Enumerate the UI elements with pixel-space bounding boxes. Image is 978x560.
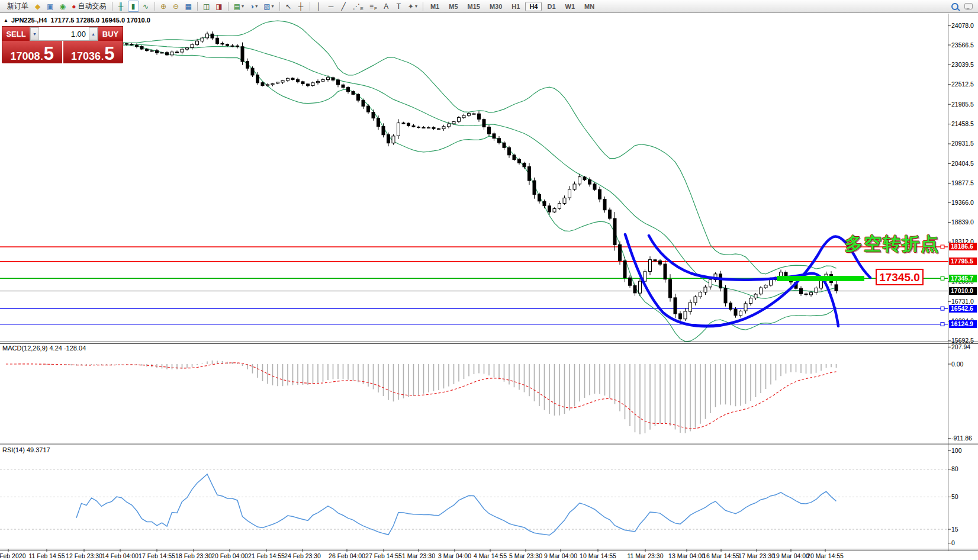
turning-point-annotation[interactable]: 多空转折点 [845, 232, 940, 256]
signals-icon-button[interactable]: ◉ [57, 1, 68, 12]
time-axis-label: 19 Mar 04:00 [773, 552, 809, 559]
zoom-in-icon-button[interactable]: ⊕ [158, 1, 169, 12]
volume-input[interactable]: 1.00 [39, 27, 89, 40]
time-axis-label: 20 Feb 04:00 [211, 552, 248, 559]
period-selector-button[interactable]: ◑▾ [247, 1, 260, 12]
sell-button[interactable]: SELL [2, 27, 30, 41]
price-axis-tick: 21458.5 [951, 120, 974, 127]
autotrade-button-label: 自动交易 [78, 1, 107, 11]
template-selector-button[interactable]: ▧▾ [261, 1, 276, 12]
cursor-tool-icon: ↖ [285, 3, 291, 10]
new-order-button[interactable]: 新订单 [3, 1, 31, 12]
buy-price-display[interactable]: 17036.5 [63, 41, 123, 63]
candlestick-chart-icon-icon: ▮ [131, 3, 136, 10]
timeframe-h1-button[interactable]: H1 [507, 2, 524, 11]
label-tool-button[interactable]: T [393, 1, 404, 12]
timeframe-group: M1M5M15M30H1H4D1W1MN [426, 2, 599, 11]
chat-button[interactable] [962, 1, 975, 12]
market-watch-icon-button[interactable]: ◆ [32, 1, 43, 12]
line-chart-icon-icon: ∿ [143, 3, 149, 10]
shapes-dropdown-button[interactable]: ✦▾ [406, 1, 420, 12]
chevron-down-icon: ▾ [272, 4, 274, 9]
volume-increase-button[interactable]: ▴ [89, 27, 98, 40]
horizontal-line-tool-button[interactable]: ─ [326, 1, 337, 12]
signals-icon-icon: ◉ [60, 3, 66, 10]
price-axis-tick: 23566.5 [951, 41, 974, 49]
time-axis-label: 10 Mar 14:55 [580, 552, 616, 559]
data-window-icon-button[interactable]: ▣ [44, 1, 56, 12]
add-indicator-button[interactable]: ▤▾ [231, 1, 246, 12]
crosshair-tool-button[interactable]: ┼ [295, 1, 307, 12]
zoom-in-icon-icon: ⊕ [160, 3, 166, 10]
chevron-down-icon: ▾ [255, 4, 258, 9]
timeframe-h4-button[interactable]: H4 [525, 2, 542, 11]
new-order-button-label: 新订单 [7, 1, 28, 11]
chat-icon [964, 3, 973, 9]
rsi-axis-tick: 15 [951, 526, 958, 533]
price-axis-tick: 21985.5 [951, 101, 974, 108]
price-level-label: 18186.6 [949, 243, 977, 250]
cursor-tool-button[interactable]: ↖ [283, 1, 294, 12]
fibonacci-tool-button[interactable]: ≡F [367, 1, 379, 12]
period-selector-icon: ◑ [250, 3, 254, 10]
autotrade-icon: ● [72, 3, 76, 10]
time-axis-label: 27 Feb 14:55 [365, 552, 402, 559]
vertical-line-tool-button[interactable]: │ [313, 1, 324, 12]
search-button[interactable] [949, 1, 961, 12]
volume-control: ▾ 1.00 ▴ [30, 27, 98, 41]
collapse-marker-icon[interactable]: ▲ [4, 18, 8, 23]
bar-chart-icon-button[interactable]: ╫ [115, 1, 127, 12]
price-callout-box[interactable]: 17345.0 [876, 269, 924, 285]
chevron-down-icon: ▾ [415, 4, 417, 9]
time-axis-label: 3 Mar 04:00 [438, 552, 471, 559]
text-tool-button[interactable]: A [381, 1, 392, 12]
channel-tool-button-sub: E [361, 6, 363, 11]
rsi-axis-tick: 0 [951, 539, 955, 546]
toolbar-separator [279, 2, 280, 11]
zoom-out-icon-icon: ⊖ [173, 3, 179, 10]
toolbar: 新订单◆▣◉●自动交易╫▮∿⊕⊖▦◫◨▤▾◑▾▧▾↖┼│─╱⋰E≡FAT✦▾M1… [0, 0, 978, 13]
toolbar-separator [112, 2, 112, 11]
vertical-line-tool-icon: │ [316, 3, 321, 10]
timeframe-mn-button[interactable]: MN [580, 2, 599, 11]
time-axis-label: 18 Feb 23:30 [175, 552, 212, 559]
time-axis-label: 20 Mar 14:55 [807, 552, 844, 559]
timeframe-m5-button[interactable]: M5 [445, 2, 462, 11]
price-level-label: 17795.5 [949, 258, 977, 265]
buy-button[interactable]: BUY [98, 27, 123, 41]
new-chart-icon-button[interactable]: ◫ [201, 1, 212, 12]
autotrade-button[interactable]: ●自动交易 [69, 1, 108, 12]
mt4-window: 新订单◆▣◉●自动交易╫▮∿⊕⊖▦◫◨▤▾◑▾▧▾↖┼│─╱⋰E≡FAT✦▾M1… [0, 0, 978, 560]
sell-price-display[interactable]: 17008.5 [2, 41, 62, 63]
buy-price-main: 17036 [71, 51, 101, 62]
candlestick-chart-icon-button[interactable]: ▮ [128, 1, 139, 12]
timeframe-w1-button[interactable]: W1 [561, 2, 580, 11]
time-axis-label: 24 Feb 23:30 [284, 552, 321, 559]
profiles-icon-button[interactable]: ◨ [213, 1, 224, 12]
toolbar-separator [310, 2, 310, 11]
toolbar-separator [228, 2, 229, 11]
rsi-axis-tick: 50 [951, 493, 958, 500]
line-chart-icon-button[interactable]: ∿ [140, 1, 152, 12]
time-axis-label: 21 Feb 14:55 [248, 552, 285, 559]
toolbar-separator [197, 2, 198, 11]
trendline-tool-button[interactable]: ╱ [338, 1, 349, 12]
rsi-indicator-label: RSI(14) 49.3717 [2, 446, 50, 453]
shapes-dropdown-icon: ✦ [408, 3, 414, 10]
volume-decrease-button[interactable]: ▾ [30, 27, 39, 40]
price-axis-tick: 24078.0 [951, 22, 974, 29]
timeframe-m30-button[interactable]: M30 [485, 2, 506, 11]
channel-tool-button[interactable]: ⋰E [350, 1, 366, 12]
time-axis-label: 13 Mar 04:00 [668, 552, 705, 559]
timeframe-d1-button[interactable]: D1 [543, 2, 559, 11]
price-axis-tick: 19877.5 [951, 179, 974, 186]
time-axis-label: 17 Feb 14:55 [139, 552, 175, 559]
timeframe-m1-button[interactable]: M1 [426, 2, 443, 11]
tile-windows-icon-button[interactable]: ▦ [183, 1, 194, 12]
price-axis-tick: 15692.5 [951, 337, 974, 344]
template-selector-icon: ▧ [263, 3, 270, 10]
zoom-out-icon-button[interactable]: ⊖ [170, 1, 182, 12]
timeframe-m15-button[interactable]: M15 [464, 2, 484, 11]
bar-chart-icon-icon: ╫ [118, 3, 124, 10]
price-axis-tick: 20931.5 [951, 140, 974, 147]
